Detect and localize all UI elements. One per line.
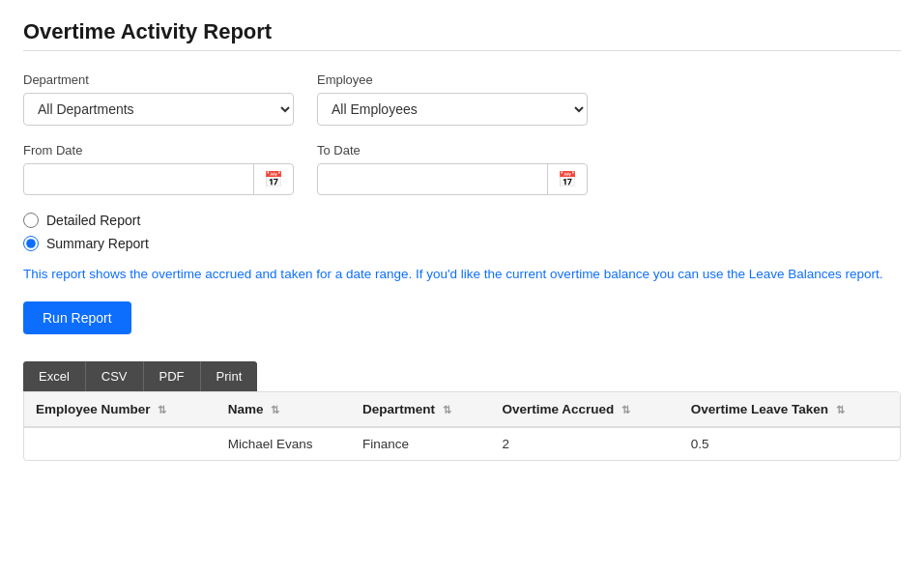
- table-row: Michael Evans Finance 2 0.5: [24, 427, 900, 460]
- to-date-label: To Date: [317, 143, 588, 157]
- employee-label: Employee: [317, 72, 588, 87]
- col-overtime-leave-taken: Overtime Leave Taken ⇅: [679, 392, 900, 427]
- from-date-label: From Date: [23, 143, 294, 157]
- title-divider: [23, 50, 901, 51]
- sort-icon-overtime-leave-taken[interactable]: ⇅: [836, 404, 845, 416]
- cell-employee-number: [24, 427, 217, 460]
- cell-overtime-accrued: 2: [490, 427, 679, 460]
- col-overtime-accrued: Overtime Accrued ⇅: [490, 392, 679, 427]
- from-date-wrap: 📅: [23, 163, 294, 195]
- department-select[interactable]: All Departments: [23, 93, 294, 126]
- results-table-wrap: Employee Number ⇅ Name ⇅ Department ⇅ Ov…: [23, 391, 901, 461]
- sort-icon-name[interactable]: ⇅: [271, 404, 279, 416]
- export-print-button[interactable]: Print: [201, 361, 258, 391]
- department-group: Department All Departments: [23, 72, 294, 126]
- detailed-report-radio-item[interactable]: Detailed Report: [23, 213, 901, 228]
- sort-icon-overtime-accrued[interactable]: ⇅: [621, 404, 630, 416]
- employee-group: Employee All Employees: [317, 72, 588, 126]
- results-table: Employee Number ⇅ Name ⇅ Department ⇅ Ov…: [24, 392, 900, 460]
- col-department: Department ⇅: [351, 392, 490, 427]
- col-employee-number: Employee Number ⇅: [24, 392, 217, 427]
- sort-icon-department[interactable]: ⇅: [443, 404, 451, 416]
- cell-overtime-leave-taken: 0.5: [679, 427, 900, 460]
- employee-select[interactable]: All Employees: [317, 93, 588, 126]
- from-date-input[interactable]: [24, 165, 253, 194]
- to-date-calendar-icon[interactable]: 📅: [547, 164, 587, 194]
- export-bar: ExcelCSVPDFPrint: [23, 361, 257, 391]
- to-date-input[interactable]: [318, 165, 547, 194]
- filter-row-1: Department All Departments Employee All …: [23, 72, 901, 126]
- page-title: Overtime Activity Report: [23, 19, 901, 44]
- col-name: Name ⇅: [217, 392, 351, 427]
- table-body: Michael Evans Finance 2 0.5: [24, 427, 900, 460]
- summary-report-radio-item[interactable]: Summary Report: [23, 236, 901, 251]
- to-date-wrap: 📅: [317, 163, 588, 195]
- cell-name: Michael Evans: [217, 427, 351, 460]
- export-excel-button[interactable]: Excel: [23, 361, 86, 391]
- cell-department: Finance: [351, 427, 490, 460]
- detailed-report-radio[interactable]: [23, 213, 39, 228]
- table-header: Employee Number ⇅ Name ⇅ Department ⇅ Ov…: [24, 392, 900, 427]
- detailed-report-label: Detailed Report: [46, 213, 140, 228]
- export-csv-button[interactable]: CSV: [86, 361, 144, 391]
- info-text: This report shows the overtime accrued a…: [23, 265, 893, 284]
- from-date-calendar-icon[interactable]: 📅: [253, 164, 293, 194]
- export-pdf-button[interactable]: PDF: [144, 361, 201, 391]
- department-label: Department: [23, 72, 294, 87]
- filter-row-2: From Date 📅 To Date 📅: [23, 143, 901, 195]
- summary-report-label: Summary Report: [46, 236, 149, 251]
- report-type-group: Detailed Report Summary Report: [23, 213, 901, 251]
- sort-icon-employee-number[interactable]: ⇅: [158, 404, 166, 416]
- to-date-group: To Date 📅: [317, 143, 588, 195]
- from-date-group: From Date 📅: [23, 143, 294, 195]
- run-report-button[interactable]: Run Report: [23, 301, 131, 334]
- table-header-row: Employee Number ⇅ Name ⇅ Department ⇅ Ov…: [24, 392, 900, 427]
- summary-report-radio[interactable]: [23, 236, 39, 251]
